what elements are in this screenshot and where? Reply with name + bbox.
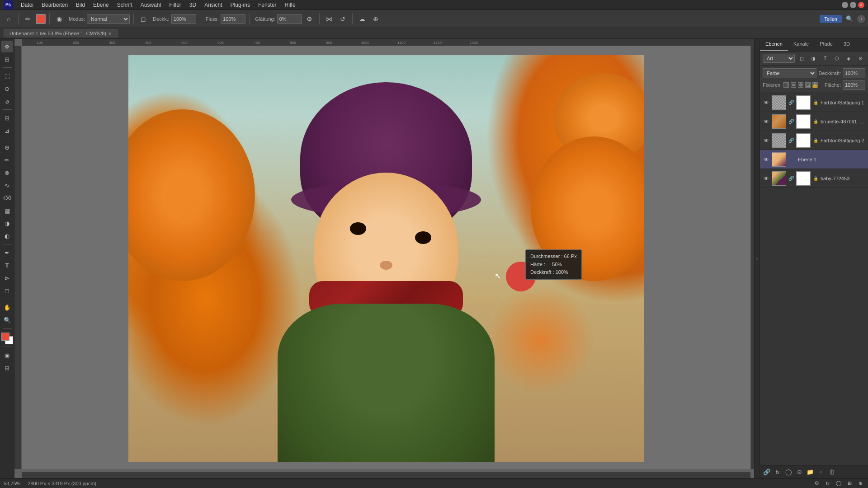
eraser-tool[interactable]: ⌫ [1, 192, 13, 204]
layer-vis-icon[interactable]: 👁 [763, 137, 770, 144]
layer-filter-toggle-icon[interactable]: ⊙ [855, 53, 865, 63]
share-button[interactable]: Teilen [820, 15, 842, 23]
vertical-scrollbar[interactable] [750, 46, 754, 469]
lock-image-checkbox[interactable]: ✏ [791, 82, 796, 88]
zoom-tool[interactable]: 🔍 [1, 314, 13, 326]
lasso-tool[interactable]: ⊙ [1, 83, 13, 94]
menu-bearbeiten[interactable]: Bearbeiten [38, 1, 71, 9]
layer-item-brunette[interactable]: 👁 🔗 🔒 brunette-487061_1920 [760, 112, 868, 131]
tab-kanaele[interactable]: Kanäle [788, 39, 814, 51]
layer-adjustment-button[interactable]: ⊙ [794, 467, 804, 477]
panel-collapse-button[interactable]: › [754, 39, 760, 478]
type-tool[interactable]: T [1, 259, 13, 271]
lock-all-checkbox[interactable]: 🔒 [812, 82, 818, 88]
heal-tool[interactable]: ⊕ [1, 141, 13, 153]
flaeche-value[interactable] [843, 80, 865, 90]
tab-3d[interactable]: 3D [838, 39, 855, 51]
document-tab[interactable]: Unbenannt-1 bei 53,8% (Ebene 1, CMYK/8) … [4, 29, 118, 38]
color-swatch-icon[interactable] [36, 14, 46, 24]
status-gear-icon[interactable]: ⚙ [813, 479, 821, 488]
tab-ebenen[interactable]: Ebenen [760, 39, 788, 51]
deckkraft-value[interactable] [843, 68, 865, 78]
layer-type-select[interactable]: Art [763, 54, 795, 63]
lock-transparent-checkbox[interactable]: ◻ [783, 82, 789, 88]
menu-auswahl[interactable]: Auswahl [137, 1, 165, 9]
tab-pfade[interactable]: Pfade [814, 39, 838, 51]
mode-select[interactable]: Normal Auflösen Abdunkeln Multiplizieren [87, 14, 130, 24]
layer-item-farbton1[interactable]: 👁 🔗 🔒 Farbton/Sättigung 1 [760, 93, 868, 112]
quick-mask-tool[interactable]: ◉ [1, 349, 13, 361]
pen-tool[interactable]: ✒ [1, 247, 13, 258]
menu-3d[interactable]: 3D [186, 1, 200, 9]
menu-ansicht[interactable]: Ansicht [201, 1, 226, 9]
marquee-tool[interactable]: ⬚ [1, 70, 13, 82]
status-mask-icon[interactable]: ◯ [835, 479, 843, 488]
layer-link-button[interactable]: 🔗 [762, 467, 772, 477]
move-tool[interactable]: ✥ [1, 41, 13, 52]
menu-hilfe[interactable]: Hilfe [281, 1, 299, 9]
glaettung-settings-icon[interactable]: ⚙ [304, 13, 316, 25]
foreground-color[interactable] [1, 333, 9, 341]
search-button[interactable]: 🔍 [844, 14, 854, 24]
layer-vis-icon[interactable]: 👁 [763, 156, 770, 163]
menu-filter[interactable]: Filter [165, 1, 185, 9]
fluss-input[interactable] [221, 14, 245, 24]
deckkraft-input[interactable] [171, 14, 196, 24]
rotate-icon[interactable]: ↺ [337, 13, 349, 25]
layer-vis-icon[interactable]: 👁 [763, 175, 770, 182]
layer-filter-adj-icon[interactable]: ◑ [808, 53, 818, 63]
color-swatches[interactable] [1, 333, 13, 344]
menu-fenster[interactable]: Fenster [255, 1, 280, 9]
layer-item-baby[interactable]: 👁 🔗 🔒 baby-772453 [760, 169, 868, 188]
layer-vis-icon[interactable]: 👁 [763, 99, 770, 106]
canvas-scroll-area[interactable]: ↖ Durchmesser : 66 Px Härte : 50% Deckkr… [22, 46, 750, 469]
brush-preset-icon[interactable]: ◉ [53, 13, 65, 25]
gradient-tool[interactable]: ▦ [1, 205, 13, 216]
shape-tool[interactable]: ◻ [1, 285, 13, 296]
info-button[interactable]: i [857, 15, 865, 23]
lock-position-checkbox[interactable]: ✥ [798, 82, 803, 88]
menu-schrift[interactable]: Schrift [113, 1, 136, 9]
menu-ebene[interactable]: Ebene [90, 1, 113, 9]
path-tool[interactable]: ⊳ [1, 272, 13, 284]
maximize-button[interactable]: □ [850, 2, 856, 8]
layer-item-farbton2[interactable]: 👁 🔗 🔒 Farbton/Sättigung 2 [760, 131, 868, 150]
horizontal-scrollbar[interactable] [22, 472, 750, 478]
eyedrop-tool[interactable]: ⊿ [1, 125, 13, 136]
erase-mode-icon[interactable]: ◻ [137, 13, 149, 25]
screen-mode-tool[interactable]: ⊟ [1, 362, 13, 374]
layer-mask-button[interactable]: ◯ [783, 467, 793, 477]
symmetry-icon[interactable]: ⋈ [323, 13, 335, 25]
layer-folder-button[interactable]: 📁 [805, 467, 815, 477]
blur-tool[interactable]: ◑ [1, 217, 13, 229]
tab-close-icon[interactable]: ✕ [108, 31, 112, 36]
status-3d-icon[interactable]: ⊞ [845, 479, 854, 488]
brush-tool-icon[interactable]: ✏ [22, 13, 34, 25]
status-extra-icon[interactable]: ⊕ [856, 479, 864, 488]
layer-fx-button[interactable]: fx [773, 467, 783, 477]
stamp-tool[interactable]: ⊚ [1, 167, 13, 178]
glaettung-input[interactable] [277, 14, 302, 24]
clouds-icon[interactable]: ☁ [356, 13, 368, 25]
layer-filter-smart-icon[interactable]: ◈ [844, 53, 854, 63]
close-button[interactable]: ✕ [858, 2, 864, 8]
status-fx-icon[interactable]: fx [824, 479, 832, 488]
artboard-tool[interactable]: ⊞ [1, 53, 13, 65]
lock-artboard-checkbox[interactable]: ⊞ [805, 82, 811, 88]
layer-item-ebene1[interactable]: 👁 Ebene 1 [760, 150, 868, 169]
blend-mode-select[interactable]: Farbe Normal [763, 68, 816, 78]
wand-tool[interactable]: ⌀ [1, 95, 13, 107]
menu-bild[interactable]: Bild [72, 1, 89, 9]
dodge-tool[interactable]: ◐ [1, 230, 13, 242]
minimize-button[interactable]: ─ [842, 2, 848, 8]
menu-plugins[interactable]: Plug-ins [227, 1, 254, 9]
layer-filter-pixel-icon[interactable]: ◻ [797, 53, 807, 63]
layer-delete-button[interactable]: 🗑 [827, 467, 837, 477]
layer-add-button[interactable]: + [816, 467, 826, 477]
layer-filter-shape-icon[interactable]: ⬡ [832, 53, 842, 63]
brush-tool[interactable]: ✏ [1, 154, 13, 166]
layer-filter-type-icon[interactable]: T [820, 53, 830, 63]
layer-vis-icon[interactable]: 👁 [763, 118, 770, 125]
menu-datei[interactable]: Datei [17, 1, 37, 9]
home-icon[interactable]: ⌂ [3, 13, 14, 25]
